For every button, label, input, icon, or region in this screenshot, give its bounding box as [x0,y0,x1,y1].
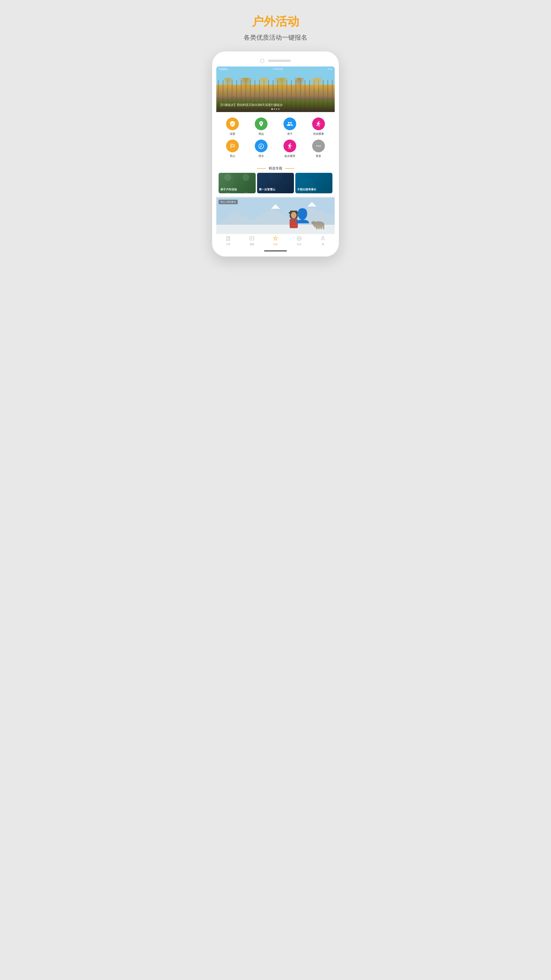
nav-articles[interactable]: 文章 [216,236,240,246]
phone-screen: 中国移动 下午12:24 ◎ ◎ 【行摄徒步】西伯利亚贝加尔湖8天深度行摄徒步 [216,67,335,248]
featured-topics: 亲子户外活动 第一次登雪山 不想出国考潜水 [216,173,335,196]
status-bar: 中国移动 下午12:24 ◎ ◎ [216,67,335,72]
dot-1 [271,108,273,110]
category-label-nearby: 周边 [258,132,264,136]
svg-rect-13 [294,215,296,216]
category-climbing[interactable]: 登山 [218,138,247,160]
category-icon-family [283,118,296,130]
topic-text-family-outdoor: 亲子户外活动 [220,188,254,191]
topic-text-domestic-dive: 不想出国考潜水 [297,188,331,191]
svg-rect-14 [290,219,298,228]
phone-camera [260,59,264,63]
person-icon [320,236,325,242]
nav-label-videos: 视频 [250,243,254,246]
svg-marker-26 [274,236,277,240]
category-training[interactable]: 培训赛事 [304,116,333,138]
nav-profile[interactable]: 我 [311,236,335,246]
topic-text-first-snow: 第一次登雪山 [259,188,292,191]
bottom-nav: 文章 视频 活动 [216,234,335,248]
svg-marker-25 [252,238,253,239]
activity-section: 登山 | 湖北集合 [216,197,335,234]
page-header: 户外活动 各类优质活动一键报名 [244,9,307,42]
category-icon-camping [283,140,296,152]
dot-2 [274,108,275,110]
category-label-diving: 潜水 [258,154,264,158]
category-family[interactable]: 亲子 [276,116,304,138]
section-line-left [257,168,266,169]
category-label-climbing: 登山 [230,154,235,158]
activity-icon [273,236,278,242]
category-label-family: 亲子 [287,132,293,136]
nav-label-activities: 活动 [273,243,278,246]
category-icon-more [312,140,325,152]
article-icon [226,236,231,242]
hero-dots [219,108,332,110]
category-icon-nearby [255,118,268,130]
time: 下午12:24 [272,68,283,71]
phone-bottom [216,248,335,252]
category-diving[interactable]: 潜水 [247,138,276,160]
page-title: 户外活动 [244,14,307,30]
activity-card[interactable]: 登山 | 湖北集合 [216,197,335,234]
carrier: 中国移动 [218,68,228,71]
community-icon [297,236,302,242]
section-title-wrap: 精选专题 [216,164,335,173]
category-more[interactable]: 更多 [304,138,333,160]
phone-speaker [268,60,291,62]
category-icon-climbing [226,140,239,152]
nav-label-community: 社区 [297,243,301,246]
category-icon-diving [255,140,268,152]
category-label-more: 更多 [316,154,321,158]
phone-top [216,56,335,67]
page-subtitle: 各类优质活动一键报名 [244,33,307,42]
svg-point-29 [322,237,323,238]
svg-point-21 [312,221,316,225]
status-icons: ◎ ◎ [328,68,333,71]
category-label-depth: 深度 [230,132,235,136]
svg-point-15 [291,212,296,218]
dot-4 [278,108,280,110]
phone-frame: 中国移动 下午12:24 ◎ ◎ 【行摄徒步】西伯利亚贝加尔湖8天深度行摄徒步 [212,51,339,257]
nav-activities[interactable]: 活动 [264,236,287,246]
category-label-training: 培训赛事 [313,132,324,136]
svg-point-28 [298,237,300,239]
topic-card-family-outdoor[interactable]: 亲子户外活动 [218,173,256,193]
video-icon [249,236,254,242]
topic-card-domestic-dive[interactable]: 不想出国考潜水 [295,173,333,193]
svg-rect-17 [316,225,317,229]
topic-card-first-snow[interactable]: 第一次登雪山 [257,173,294,193]
svg-point-2 [268,173,282,184]
svg-point-27 [297,236,301,240]
home-indicator[interactable] [264,250,287,251]
section-line-right [285,168,294,169]
svg-rect-20 [323,225,324,229]
section-title: 精选专题 [269,166,282,170]
category-icon-depth [226,118,239,130]
category-nearby[interactable]: 周边 [247,116,276,138]
svg-rect-18 [318,225,320,229]
nav-label-profile: 我 [322,243,324,246]
activity-tag: 登山 | 湖北集合 [218,200,238,204]
category-depth[interactable]: 深度 [218,116,247,138]
category-grid: 深度 周边 亲子 培训赛事 [216,112,335,164]
hero-banner[interactable]: 中国移动 下午12:24 ◎ ◎ 【行摄徒步】西伯利亚贝加尔湖8天深度行摄徒步 [216,67,335,112]
hero-caption: 【行摄徒步】西伯利亚贝加尔湖8天深度行摄徒步 [216,96,335,112]
svg-rect-19 [320,225,322,229]
nav-community[interactable]: 社区 [287,236,311,246]
category-label-camping: 徒步露营 [284,154,295,158]
dot-3 [276,108,277,110]
nav-videos[interactable]: 视频 [240,236,264,246]
nav-label-articles: 文章 [226,243,231,246]
category-icon-training [312,118,325,130]
category-camping[interactable]: 徒步露营 [276,138,304,160]
hero-caption-text: 【行摄徒步】西伯利亚贝加尔湖8天深度行摄徒步 [219,103,332,107]
